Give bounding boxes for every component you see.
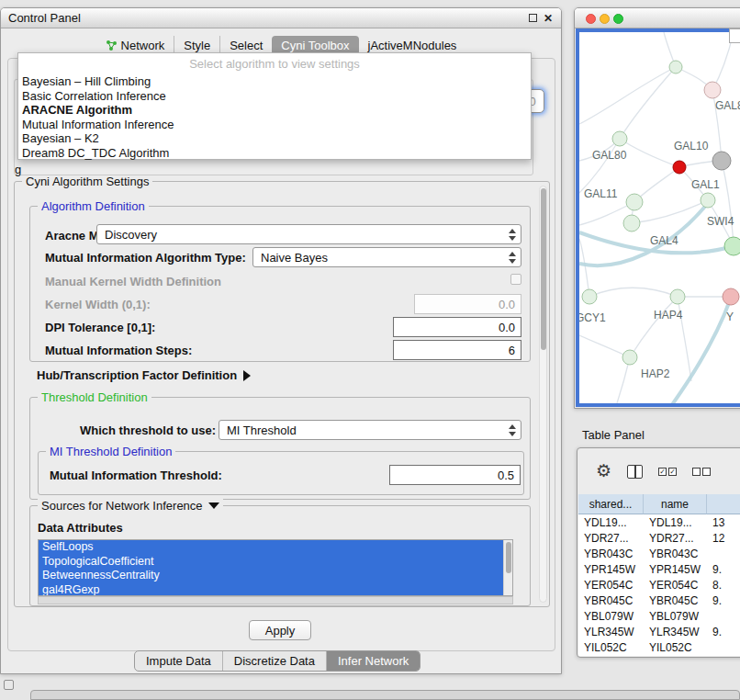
- network-node-gal1[interactable]: [701, 193, 715, 208]
- list-horizontal-scrollbar[interactable]: [38, 596, 513, 604]
- table-row[interactable]: YDL19... YDL19... 13: [578, 514, 740, 530]
- network-node-gal10-red[interactable]: [673, 161, 686, 174]
- close-icon[interactable]: ✕: [544, 11, 553, 26]
- network-node-hap4[interactable]: [670, 289, 685, 304]
- table-row[interactable]: YDR27... YDR27... 12: [578, 530, 740, 546]
- mi-threshold-legend: MI Threshold Definition: [46, 445, 175, 458]
- mi-type-combobox[interactable]: Naive Bayes: [252, 247, 521, 267]
- manual-kernel-checkbox[interactable]: [510, 274, 521, 285]
- chevron-down-icon: [208, 502, 219, 509]
- network-node-gal11[interactable]: [626, 194, 643, 210]
- list-item-selected[interactable]: BetweennessCentrality: [39, 569, 503, 583]
- close-traffic-light[interactable]: [586, 14, 596, 24]
- window-title: Control Panel: [8, 11, 81, 25]
- scrollbar-thumb[interactable]: [506, 542, 511, 573]
- network-canvas-frame: GAL8 GAL80 GAL10 GAL1 GAL11 SWI4 GAL4 GC…: [576, 28, 740, 407]
- algorithm-dropdown-popup: Select algorithm to view settings Bayesi…: [17, 52, 532, 160]
- mi-threshold-field[interactable]: 0.5: [389, 465, 521, 485]
- mi-type-label: Mutual Information Algorithm Type:: [45, 251, 246, 265]
- column-header[interactable]: [707, 494, 740, 514]
- network-node[interactable]: [669, 61, 682, 73]
- scrollbar-thumb[interactable]: [541, 188, 546, 350]
- algorithm-option[interactable]: Basic Correlation Inference: [18, 89, 531, 104]
- tab-discretize-data[interactable]: Discretize Data: [222, 651, 326, 671]
- network-node-gal4[interactable]: [623, 215, 640, 231]
- network-canvas[interactable]: GAL8 GAL80 GAL10 GAL1 GAL11 SWI4 GAL4 GC…: [579, 32, 740, 406]
- table-row[interactable]: YBR043C YBR043C: [578, 546, 740, 561]
- node-label: SWI4: [707, 215, 734, 228]
- data-attributes-list[interactable]: SelfLoops TopologicalCoefficient Between…: [38, 539, 513, 596]
- which-threshold-label: Which threshold to use:: [80, 423, 216, 437]
- network-node-gcy1[interactable]: [582, 289, 597, 304]
- list-item-selected[interactable]: gal4RGexp: [39, 583, 503, 597]
- list-scrollbar[interactable]: [503, 540, 512, 595]
- table-row[interactable]: YPR145W YPR145W 9.: [578, 561, 740, 577]
- network-node-pink[interactable]: [723, 288, 739, 305]
- float-window-icon[interactable]: [529, 14, 537, 22]
- deselect-all-columns-icon[interactable]: [692, 468, 711, 476]
- algorithm-option[interactable]: Dream8 DC_TDC Algorithm: [18, 146, 531, 161]
- settings-group-legend: Cyni Algorithm Settings: [22, 175, 152, 188]
- aracne-mode-combobox[interactable]: Discovery: [96, 224, 521, 244]
- desktop: Control Panel ✕ Network Style Select Cyn…: [0, 0, 740, 700]
- collapsed-panel-icon[interactable]: [4, 680, 14, 690]
- algorithm-definition-group: Algorithm Definition Aracne Mode: Discov…: [29, 206, 531, 362]
- zoom-traffic-light[interactable]: [613, 14, 623, 24]
- columns-icon[interactable]: [627, 465, 643, 479]
- select-all-columns-icon[interactable]: ✓ ✓: [658, 468, 677, 476]
- data-attributes-label: Data Attributes: [38, 521, 123, 535]
- list-item-selected[interactable]: SelfLoops: [39, 540, 503, 555]
- node-label: HAP2: [641, 367, 670, 380]
- algorithm-option[interactable]: Bayesian – K2: [18, 131, 531, 146]
- node-label: GAL4: [650, 234, 678, 247]
- algorithm-option-selected[interactable]: ARACNE Algorithm: [18, 103, 531, 118]
- column-header[interactable]: shared...: [578, 494, 644, 514]
- table-panel-window: ⚙ ✓ ✓ shared... name YDL19... YDL19... 1…: [577, 447, 740, 658]
- table-row[interactable]: YBL079W YBL079W: [578, 608, 740, 624]
- node-table: shared... name YDL19... YDL19... 13 YDR2…: [578, 494, 740, 656]
- algorithm-option[interactable]: Bayesian – Hill Climbing: [18, 74, 531, 89]
- table-row[interactable]: YLR345W YLR345W 9.: [578, 624, 740, 639]
- table-panel-title: Table Panel: [582, 428, 645, 442]
- node-label: GAL80: [592, 149, 627, 162]
- algorithm-option[interactable]: Mutual Information Inference: [18, 118, 531, 132]
- network-node-hap2[interactable]: [622, 350, 637, 365]
- obscured-label-fragment: g: [15, 163, 21, 176]
- hub-definition-toggle[interactable]: Hub/Transcription Factor Definition: [37, 368, 251, 382]
- table-toolbar: ⚙ ✓ ✓: [577, 448, 740, 494]
- column-header[interactable]: name: [644, 494, 707, 514]
- combo-arrows-icon: [509, 229, 516, 241]
- node-label: GAL1: [691, 178, 720, 191]
- tab-infer-network[interactable]: Infer Network: [326, 651, 420, 671]
- network-node-gal80[interactable]: [612, 131, 627, 146]
- combo-arrows-icon: [509, 252, 516, 264]
- network-node-swi4[interactable]: [724, 237, 740, 255]
- kernel-width-label: Kernel Width (0,1):: [45, 298, 151, 311]
- minimize-traffic-light[interactable]: [600, 14, 610, 24]
- mi-steps-field[interactable]: 6: [393, 340, 521, 360]
- dpi-tolerance-field[interactable]: 0.0: [393, 317, 521, 337]
- gear-icon[interactable]: ⚙: [596, 462, 611, 480]
- network-window-titlebar[interactable]: [575, 8, 740, 28]
- node-label: GCY1: [579, 311, 606, 324]
- tab-network-label: Network: [121, 39, 165, 52]
- network-node[interactable]: [704, 82, 721, 98]
- apply-button[interactable]: Apply: [249, 620, 311, 640]
- table-row[interactable]: YER054C YER054C 8.: [578, 577, 740, 593]
- kernel-width-field[interactable]: 0.0: [414, 294, 521, 314]
- node-label: HAP4: [654, 309, 683, 322]
- table-row[interactable]: YBR045C YBR045C 9.: [578, 593, 740, 608]
- control-panel-window: Control Panel ✕ Network Style Select Cyn…: [0, 7, 562, 674]
- table-row[interactable]: YIL052C YIL052C: [578, 639, 740, 655]
- network-node-gray[interactable]: [712, 152, 731, 170]
- node-label: Y: [726, 310, 734, 323]
- which-threshold-combobox[interactable]: MI Threshold: [219, 420, 521, 440]
- combo-arrows-icon: [509, 424, 516, 436]
- tab-impute-data[interactable]: Impute Data: [135, 651, 222, 671]
- sources-legend-toggle[interactable]: Sources for Network Inference: [38, 499, 223, 513]
- control-panel-titlebar[interactable]: Control Panel ✕: [1, 8, 561, 28]
- settings-scrollbar[interactable]: [539, 186, 547, 603]
- sources-group: Sources for Network Inference Data Attri…: [29, 505, 531, 606]
- list-item-selected[interactable]: TopologicalCoefficient: [39, 555, 503, 570]
- threshold-definition-group: Threshold Definition Which threshold to …: [29, 397, 531, 500]
